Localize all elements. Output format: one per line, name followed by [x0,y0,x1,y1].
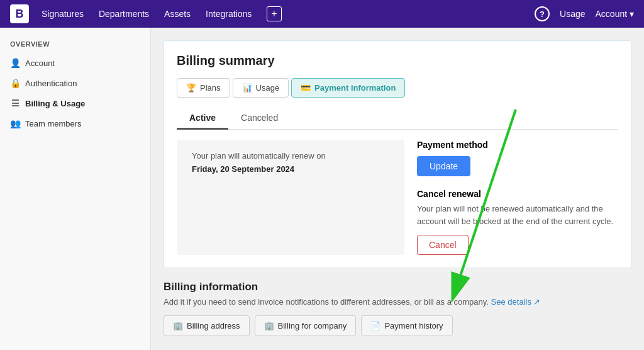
tab-payment-information[interactable]: 💳 Payment information [291,78,405,98]
main-wrapper: Billing summary 🏆 Plans 📊 Usage 💳 Paymen… [151,28,644,350]
billing-action-buttons: 🏢 Billing address 🏢 Billing for company … [164,315,631,336]
payment-icon: 💳 [301,83,311,93]
plans-icon: 🏆 [186,83,196,93]
renewal-info-box: Your plan will automatically renew on Fr… [177,140,404,255]
sidebar-billing-label: Billing & Usage [25,99,85,108]
billing-content-row: Your plan will automatically renew on Fr… [177,140,618,255]
sidebar-item-authentication[interactable]: 🔒 Authentication [0,73,150,93]
main-content: Billing summary 🏆 Plans 📊 Usage 💳 Paymen… [151,28,644,350]
cancel-renewal-desc: Your plan will not be renewed automatica… [417,203,618,227]
tab-plans[interactable]: 🏆 Plans [177,78,230,98]
billing-summary-title: Billing summary [177,54,618,68]
logo: B [10,4,29,23]
payment-history-icon: 📄 [370,321,380,330]
payment-history-button[interactable]: 📄 Payment history [361,315,452,336]
renewal-text: Your plan will automatically renew on [192,151,326,161]
renewal-date: Friday, 20 September 2024 [192,164,294,174]
billing-address-button[interactable]: 🏢 Billing address [164,315,250,336]
billing-address-icon: 🏢 [173,321,183,330]
nav-right: ? Usage Account ▾ [535,6,634,21]
cancel-renewal-button[interactable]: Cancel [417,235,469,255]
billing-summary-card: Billing summary 🏆 Plans 📊 Usage 💳 Paymen… [164,40,631,268]
tab-usage-label: Usage [256,83,280,93]
status-subtabs: Active Canceled [177,108,618,130]
lock-icon: 🔒 [10,78,20,88]
tab-usage[interactable]: 📊 Usage [233,78,289,98]
sidebar-authentication-label: Authentication [25,79,77,88]
sidebar-item-account[interactable]: 👤 Account [0,53,150,73]
tab-plans-label: Plans [200,83,221,93]
nav-signatures[interactable]: Signatures [42,6,84,21]
billing-address-label: Billing address [187,321,240,330]
billing-company-button[interactable]: 🏢 Billing for company [255,315,357,336]
see-details-link[interactable]: See details ↗ [491,297,541,307]
billing-company-icon: 🏢 [264,321,274,330]
billing-info-section: Billing information Add it if you need t… [164,281,631,336]
billing-icon: ☰ [10,98,20,108]
help-button[interactable]: ? [535,6,550,21]
nav-items: Signatures Departments Assets Integratio… [42,6,535,21]
sidebar-item-team[interactable]: 👥 Team members [0,113,150,133]
nav-assets[interactable]: Assets [164,6,191,21]
update-payment-button[interactable]: Update [417,156,470,176]
subtab-active[interactable]: Active [177,108,228,130]
billing-info-desc: Add it if you need to send invoice notif… [164,297,631,307]
cancel-renewal-title: Cancel renewal [417,189,618,199]
billing-company-label: Billing for company [278,321,347,330]
nav-add-button[interactable]: + [267,6,281,21]
sidebar-section-label: OVERVIEW [0,40,150,53]
usage-chart-icon: 📊 [242,83,252,93]
sidebar-account-label: Account [25,59,55,68]
sidebar: OVERVIEW 👤 Account 🔒 Authentication ☰ Bi… [0,28,151,350]
nav-integrations[interactable]: Integrations [206,6,252,21]
sidebar-team-label: Team members [25,119,82,128]
team-icon: 👥 [10,118,20,128]
top-navigation: B Signatures Departments Assets Integrat… [0,0,644,28]
account-icon: 👤 [10,58,20,68]
sidebar-item-billing[interactable]: ☰ Billing & Usage [0,93,150,113]
payment-panel: Payment method Update Cancel renewal You… [417,140,618,255]
payment-history-label: Payment history [384,321,443,330]
nav-account[interactable]: Account ▾ [596,6,634,21]
nav-usage[interactable]: Usage [560,6,585,21]
tab-payment-label: Payment information [314,83,396,93]
nav-departments[interactable]: Departments [99,6,149,21]
payment-method-title: Payment method [417,140,618,150]
billing-info-title: Billing information [164,281,631,293]
billing-tabs: 🏆 Plans 📊 Usage 💳 Payment information [177,78,618,98]
subtab-canceled[interactable]: Canceled [228,108,291,130]
